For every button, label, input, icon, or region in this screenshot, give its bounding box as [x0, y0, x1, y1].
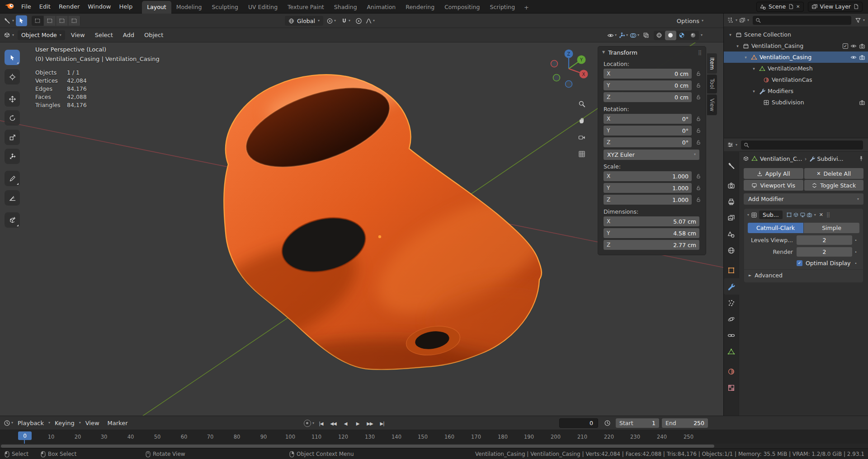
jump-to-end-button[interactable]: ▶| — [377, 418, 387, 428]
tool-measure-button[interactable] — [5, 190, 20, 206]
viewport-menu-add[interactable]: Add — [119, 32, 138, 38]
edit-mode-toggle-icon[interactable] — [793, 212, 799, 218]
xray-toggle[interactable] — [643, 32, 649, 38]
chevron-down-icon[interactable]: ▾ — [12, 19, 14, 23]
tool-rotate-button[interactable] — [5, 110, 20, 126]
viewport-vis-button[interactable]: Viewport Vis — [744, 180, 803, 191]
tool-cursor-button[interactable] — [5, 69, 20, 84]
viewport-menu-select[interactable]: Select — [91, 32, 117, 38]
unlink-scene-icon[interactable]: ✕ — [796, 4, 800, 9]
pan-hand-icon[interactable] — [578, 117, 585, 124]
tool-annotate-button[interactable] — [5, 171, 20, 186]
scene-selector[interactable]: Scene ✕ — [756, 2, 804, 12]
timeline-scrollbar[interactable] — [1, 445, 714, 448]
timeline-menu-view[interactable]: View — [82, 420, 103, 426]
shading-material-button[interactable] — [676, 31, 688, 40]
tab-world[interactable] — [724, 242, 739, 258]
tool-settings-icon[interactable] — [4, 17, 10, 24]
optimal-display-checkbox[interactable]: ✓ — [797, 260, 802, 266]
outliner-row-object[interactable]: ▾ Ventilation_Casing — [724, 52, 868, 63]
workspace-tab-compositing[interactable]: Compositing — [439, 1, 485, 14]
chevron-down-icon[interactable]: ▾ — [736, 143, 737, 147]
tool-select-box-button[interactable] — [5, 50, 20, 65]
chevron-down-icon[interactable]: ▾ — [11, 421, 13, 425]
camera-render-icon[interactable] — [859, 43, 865, 49]
jump-to-start-button[interactable]: |◀ — [316, 418, 326, 428]
scale-z-field[interactable]: Z1.000 — [604, 195, 692, 205]
editor-type-timeline-icon[interactable] — [4, 420, 10, 426]
play-reverse-button[interactable]: ◀ — [340, 418, 351, 428]
mode-dropdown[interactable]: Object Mode ▾ — [18, 30, 65, 40]
options-dropdown[interactable]: Options ▾ — [677, 14, 703, 28]
lock-icon[interactable] — [692, 140, 701, 145]
rotation-y-field[interactable]: Y0° — [604, 126, 692, 136]
dimensions-x-field[interactable]: X5.07 cm — [604, 216, 699, 226]
gizmo-minus-y-ball[interactable] — [553, 75, 560, 81]
camera-render-icon[interactable] — [859, 54, 865, 61]
object-visibility-dropdown[interactable]: ▾ — [607, 32, 617, 39]
scale-y-field[interactable]: Y1.000 — [604, 183, 692, 193]
outliner-search-input[interactable] — [753, 16, 851, 25]
gizmo-minus-z-ball[interactable] — [566, 81, 572, 88]
playhead[interactable]: 0 — [18, 431, 32, 440]
workspace-tab-shading[interactable]: Shading — [329, 1, 362, 14]
workspace-tab-rendering[interactable]: Rendering — [401, 1, 439, 14]
blender-logo-icon[interactable] — [5, 2, 14, 11]
proportional-falloff-dropdown[interactable]: ▾ — [365, 18, 375, 24]
tool-add-cube-button[interactable] — [5, 212, 20, 228]
select-mode-extend-button[interactable] — [44, 16, 56, 26]
overlays-dropdown[interactable]: ▾ — [630, 32, 639, 39]
on-cage-toggle-icon[interactable] — [786, 212, 792, 218]
zoom-icon[interactable] — [578, 100, 585, 108]
orthographic-grid-icon[interactable] — [578, 150, 585, 158]
editor-type-properties-icon[interactable] — [727, 141, 734, 148]
toggle-stack-button[interactable]: Toggle Stack — [804, 180, 864, 191]
gizmo-y-ball[interactable]: Y — [580, 57, 583, 62]
pin-icon[interactable] — [858, 155, 864, 162]
expander-icon[interactable]: ▾ — [751, 89, 757, 94]
gizmo-minus-x-ball[interactable] — [551, 61, 558, 67]
tab-render[interactable] — [724, 177, 739, 193]
panel-collapse-icon[interactable]: ▾ — [747, 213, 749, 217]
workspace-tab-sculpting[interactable]: Sculpting — [207, 1, 243, 14]
properties-search-input[interactable] — [741, 141, 863, 150]
expander-icon[interactable]: ▾ — [743, 55, 749, 60]
decorator-dot[interactable]: · — [852, 248, 859, 255]
view-layer-selector[interactable]: View Layer — [808, 2, 863, 12]
workspace-tab-texture-paint[interactable]: Texture Paint — [283, 1, 329, 14]
dimensions-z-field[interactable]: Z2.77 cm — [604, 240, 699, 250]
advanced-section-toggle[interactable]: ► Advanced — [744, 269, 863, 281]
delete-all-button[interactable]: ✕ Delete All — [804, 168, 864, 179]
breadcrumb-object[interactable]: Ventilation_C... — [760, 155, 802, 162]
expander-icon[interactable]: ▾ — [751, 66, 757, 71]
chevron-down-icon[interactable]: ▾ — [12, 33, 14, 37]
location-x-field[interactable]: X0 cm — [604, 69, 692, 79]
shading-wireframe-button[interactable] — [654, 31, 665, 40]
breadcrumb-modifier[interactable]: Subdivi... — [817, 155, 844, 162]
timeline-menu-marker[interactable]: Marker — [104, 420, 132, 426]
timeline-menu-playback[interactable]: Playback — [14, 420, 47, 426]
add-workspace-button[interactable]: + — [520, 1, 533, 14]
render-levels-field[interactable]: 2 — [797, 247, 852, 257]
tool-transform-button[interactable] — [5, 149, 20, 164]
shading-rendered-button[interactable] — [688, 31, 699, 40]
outliner-row-collection[interactable]: ▾ Ventilation_Casing ✓ — [724, 40, 868, 52]
lock-icon[interactable] — [692, 128, 701, 133]
chevron-down-icon[interactable]: ▾ — [736, 19, 737, 22]
panel-grip-icon[interactable]: ⣿ — [698, 50, 702, 56]
next-keyframe-button[interactable]: ▶▶ — [364, 418, 375, 428]
drag-handle-icon[interactable]: ⣿ — [826, 212, 830, 218]
lock-icon[interactable] — [692, 173, 701, 179]
eye-icon[interactable] — [850, 54, 857, 61]
menu-file[interactable]: File — [17, 0, 35, 13]
show-gizmo-dropdown[interactable]: ▾ — [618, 32, 628, 39]
modifier-extras-caret[interactable]: ▾ — [814, 213, 816, 217]
display-mode-icon[interactable] — [739, 17, 745, 23]
outliner-row-material[interactable]: VentilationCas — [724, 74, 868, 85]
frame-start-field[interactable]: Start 1 — [616, 418, 659, 428]
navigation-gizmo[interactable]: Z Y X — [548, 48, 590, 89]
workspace-tab-scripting[interactable]: Scripting — [485, 1, 520, 14]
new-scene-icon[interactable] — [788, 4, 794, 9]
delete-modifier-icon[interactable]: ✕ — [819, 212, 823, 218]
timeline-menu-keying[interactable]: Keying — [51, 420, 78, 426]
